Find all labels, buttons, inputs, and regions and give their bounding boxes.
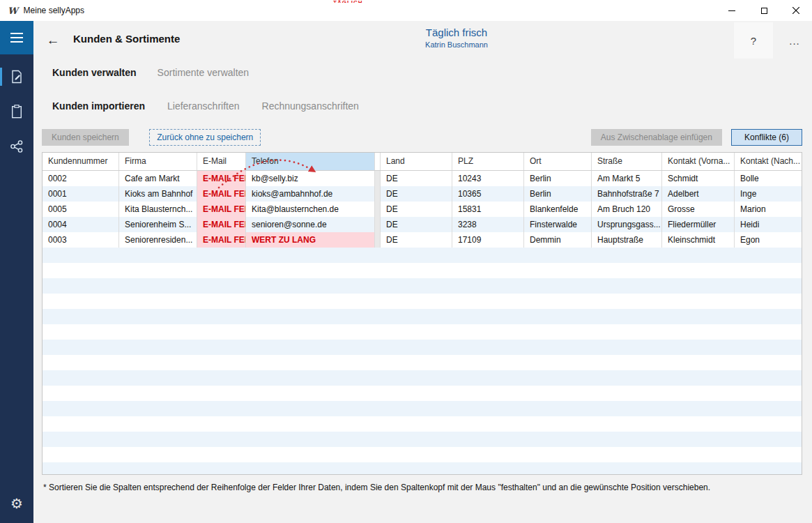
customer-import-grid: Kundennummer Firma E-Mail Telefon Land P… — [42, 152, 802, 475]
cell-kontakt-vorname[interactable]: Fliedermüller — [662, 217, 735, 232]
cell-land[interactable]: DE — [381, 186, 452, 202]
cell-land[interactable]: DE — [381, 232, 452, 248]
cell-kundennummer[interactable]: 0001 — [43, 186, 119, 202]
cell-firma[interactable]: Kioks am Bahnhof — [119, 186, 197, 202]
sidebar-item-share[interactable] — [0, 130, 33, 163]
column-header-kundennummer[interactable]: Kundennummer — [43, 153, 119, 170]
discard-button[interactable]: Zurück ohne zu speichern — [149, 129, 261, 146]
cell-kundennummer[interactable]: 0002 — [43, 171, 119, 186]
cell-strasse[interactable]: Am Bruch 120 — [592, 202, 662, 217]
cell-plz[interactable]: 17109 — [452, 232, 524, 248]
sidebar-item-assortments[interactable] — [0, 95, 33, 128]
tab-rechnungsanschriften[interactable]: Rechnungsanschriften — [262, 100, 359, 112]
cell-email-error[interactable]: E-MAIL FEH — [197, 232, 246, 248]
cell-plz[interactable]: 10365 — [452, 186, 524, 202]
cell-kontakt-vorname[interactable]: Kleinschmidt — [662, 232, 735, 248]
column-header-plz[interactable]: PLZ — [452, 153, 524, 170]
cell-land[interactable]: DE — [381, 217, 452, 232]
column-header-strasse[interactable]: Straße — [592, 153, 662, 170]
cell-kontakt-nachname[interactable]: Bolle — [735, 171, 802, 186]
cell-email-error[interactable]: E-MAIL FEH — [197, 217, 246, 232]
sidebar-item-customers[interactable] — [0, 60, 33, 93]
cell-plz[interactable]: 15831 — [452, 202, 524, 217]
table-row: 0002 Cafe am Markt E-MAIL FEH kb@selly.b… — [43, 171, 802, 186]
secondary-tabs: Kunden importieren Lieferanschriften Rec… — [52, 100, 359, 112]
cell-ort[interactable]: Blankenfelde — [524, 202, 592, 217]
cell-firma[interactable]: Seniorenresiden... — [119, 232, 197, 248]
cell-plz[interactable]: 3238 — [452, 217, 524, 232]
cell-kundennummer[interactable]: 0003 — [43, 232, 119, 248]
table-row: 0005 Kita Blausternch... E-MAIL FEH Kita… — [43, 202, 802, 217]
column-header-ort[interactable]: Ort — [524, 153, 592, 170]
window-title: Meine sellyApps — [24, 6, 84, 15]
table-row: 0004 Seniorenheim S... E-MAIL FEH senior… — [43, 217, 802, 232]
tab-kunden-verwalten[interactable]: Kunden verwalten — [52, 67, 137, 78]
column-header-kontakt-vorname[interactable]: Kontakt (Vorna... — [662, 153, 735, 170]
close-button[interactable] — [780, 0, 812, 21]
cell-kontakt-nachname[interactable]: Marion — [735, 202, 802, 217]
cell-land[interactable]: DE — [381, 202, 452, 217]
maximize-icon — [761, 8, 767, 14]
cell-kontakt-vorname[interactable]: Adelbert — [662, 186, 735, 202]
save-customers-button[interactable]: Kunden speichern — [42, 129, 129, 146]
app-body: ⚙ ← Kunden & Sortimente Täglich frisch K… — [0, 21, 812, 523]
cell-strasse[interactable]: Bahnhofstraße 7 — [592, 186, 662, 202]
cell-telefon[interactable]: senioren@sonne.de — [246, 217, 375, 232]
cell-email-error[interactable]: E-MAIL FEH — [197, 202, 246, 217]
minimize-button[interactable] — [716, 0, 748, 21]
cell-firma[interactable]: Cafe am Markt — [119, 171, 197, 186]
cell-kontakt-vorname[interactable]: Schmidt — [662, 171, 735, 186]
sidebar-item-settings[interactable]: ⚙ — [0, 487, 33, 520]
cell-strasse[interactable]: Ursprungsgass... — [592, 217, 662, 232]
share-network-icon — [10, 139, 24, 153]
minimize-icon — [728, 10, 735, 11]
cell-kundennummer[interactable]: 0004 — [43, 217, 119, 232]
cell-strasse[interactable]: Am Markt 5 — [592, 171, 662, 186]
tab-kunden-importieren[interactable]: Kunden importieren — [52, 100, 145, 112]
column-header-email[interactable]: E-Mail — [197, 153, 246, 170]
column-header-firma[interactable]: Firma — [119, 153, 197, 170]
cell-kontakt-nachname[interactable]: Heidi — [735, 217, 802, 232]
hamburger-menu-button[interactable] — [0, 21, 33, 54]
cell-email-error[interactable]: E-MAIL FEH — [197, 171, 246, 186]
cell-kontakt-vorname[interactable]: Grosse — [662, 202, 735, 217]
tab-lieferanschriften[interactable]: Lieferanschriften — [167, 100, 240, 112]
table-row: 0001 Kioks am Bahnhof E-MAIL FEH kioks@a… — [43, 186, 802, 202]
column-header-land[interactable]: Land — [381, 153, 452, 170]
cell-firma[interactable]: Kita Blausternch... — [119, 202, 197, 217]
cell-telefon[interactable]: Kita@blausternchen.de — [246, 202, 375, 217]
cell-plz[interactable]: 10243 — [452, 171, 524, 186]
paste-clipboard-button[interactable]: Aus Zwischenablage einfügen — [591, 129, 722, 146]
cell-land[interactable]: DE — [381, 171, 452, 186]
cell-strasse[interactable]: Hauptstraße — [592, 232, 662, 248]
maximize-button[interactable] — [748, 0, 780, 21]
column-header-telefon[interactable]: Telefon — [246, 153, 375, 170]
help-button[interactable]: ? — [734, 22, 773, 59]
cell-kundennummer[interactable]: 0005 — [43, 202, 119, 217]
cell-ort[interactable]: Demmin — [524, 232, 592, 248]
account-switcher[interactable]: Täglich frisch Katrin Buschmann — [396, 26, 517, 49]
back-button[interactable]: ← — [43, 30, 63, 51]
clipboard-icon — [10, 105, 23, 119]
conflicts-button[interactable]: Konflikte (6) — [731, 129, 802, 146]
back-arrow-icon: ← — [47, 33, 60, 47]
more-button[interactable]: ... — [778, 22, 811, 59]
hamburger-icon — [10, 33, 23, 43]
cell-email-error[interactable]: E-MAIL FEH — [197, 186, 246, 202]
cell-telefon-error[interactable]: WERT ZU LANG — [246, 232, 375, 248]
help-icon: ? — [751, 35, 756, 47]
cell-telefon[interactable]: kioks@ambahnhof.de — [246, 186, 375, 202]
cell-firma[interactable]: Seniorenheim S... — [119, 217, 197, 232]
toolbar: Kunden speichern Zurück ohne zu speicher… — [42, 129, 802, 147]
cell-kontakt-nachname[interactable]: Egon — [735, 232, 802, 248]
window-controls — [716, 0, 812, 21]
app-logo-icon: W — [8, 6, 18, 16]
cell-ort[interactable]: Finsterwalde — [524, 217, 592, 232]
user-name: Katrin Buschmann — [396, 40, 517, 49]
cell-telefon[interactable]: kb@selly.biz — [246, 171, 375, 186]
cell-kontakt-nachname[interactable]: Inge — [735, 186, 802, 202]
cell-ort[interactable]: Berlin — [524, 186, 592, 202]
cell-ort[interactable]: Berlin — [524, 171, 592, 186]
column-header-kontakt-nachname[interactable]: Kontakt (Nach... — [735, 153, 802, 170]
tab-sortimente-verwalten[interactable]: Sortimente verwalten — [158, 67, 250, 78]
